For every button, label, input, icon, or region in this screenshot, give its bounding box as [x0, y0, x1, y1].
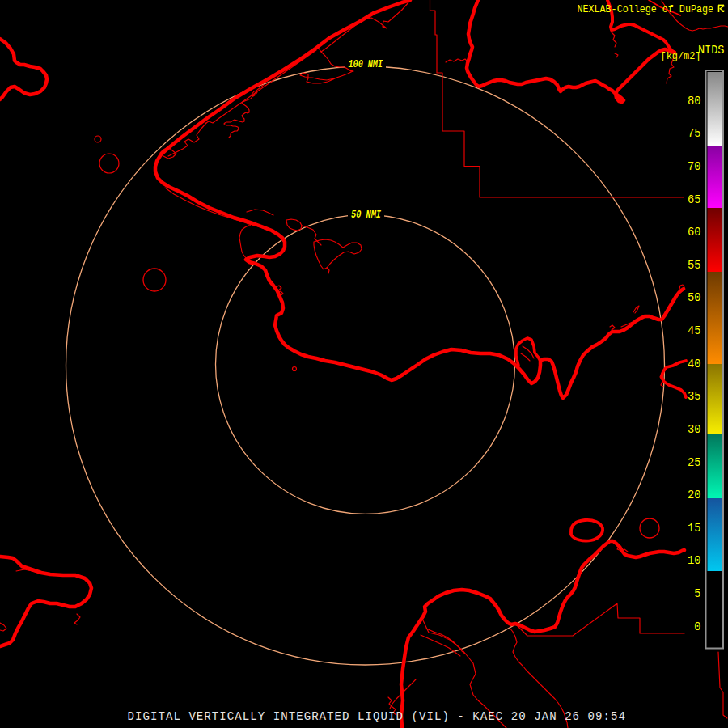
svg-text:40: 40 [688, 358, 701, 370]
svg-text:NEXLAB-College of DuPage: NEXLAB-College of DuPage [578, 3, 714, 15]
svg-text:NIDS: NIDS [698, 44, 725, 57]
svg-text:15: 15 [688, 522, 701, 535]
svg-text:65: 65 [688, 193, 701, 206]
svg-text:45: 45 [688, 324, 701, 337]
svg-text:[kg/m2]: [kg/m2] [661, 50, 701, 62]
svg-text:80: 80 [688, 95, 701, 108]
svg-text:30: 30 [688, 423, 701, 436]
svg-text:DIGITAL VERTICALLY INTEGRATED: DIGITAL VERTICALLY INTEGRATED LIQUID (VI… [128, 710, 626, 723]
svg-text:50: 50 [688, 291, 701, 304]
svg-text:50 NMI: 50 NMI [351, 210, 382, 221]
svg-text:10: 10 [688, 554, 701, 567]
svg-text:20: 20 [688, 489, 701, 502]
svg-text:75: 75 [688, 127, 701, 140]
svg-text:60: 60 [688, 226, 701, 239]
svg-text:5: 5 [694, 587, 700, 600]
svg-text:100 NMI: 100 NMI [349, 59, 383, 70]
svg-text:0: 0 [694, 620, 700, 633]
svg-text:70: 70 [688, 160, 701, 173]
svg-text:55: 55 [688, 259, 701, 272]
svg-text:35: 35 [688, 390, 701, 403]
svg-text:25: 25 [688, 456, 701, 469]
